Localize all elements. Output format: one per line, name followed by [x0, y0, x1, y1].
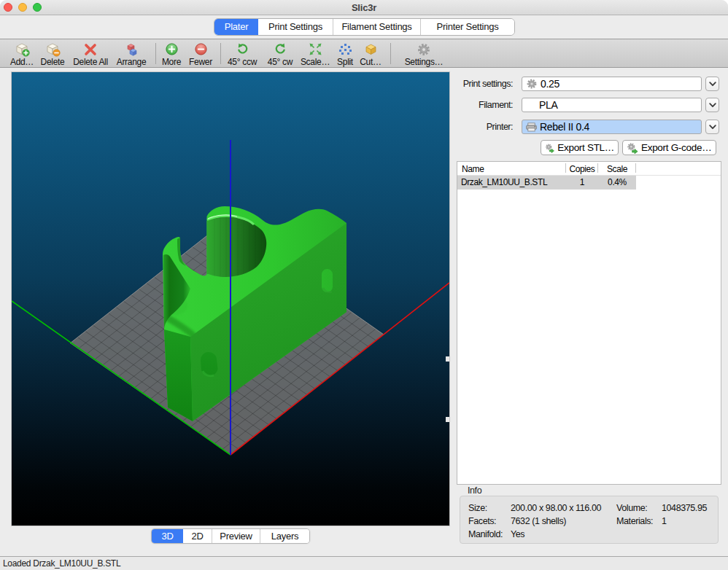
viewport-3d[interactable]	[11, 71, 450, 526]
toolbar-arrange-button[interactable]: Arrange	[111, 42, 152, 67]
toolbar-item-label: 45° ccw	[222, 57, 262, 67]
tab-filament-settings[interactable]: Filament Settings	[333, 19, 421, 35]
object-scale-cell: 0.4%	[598, 176, 636, 190]
printer-combo[interactable]: Rebel II 0.4	[522, 120, 702, 134]
tab-layers[interactable]: Layers	[260, 529, 309, 543]
toolbar-cut-button[interactable]: Cut…	[356, 42, 385, 67]
toolbar-item-label: Settings…	[400, 57, 448, 67]
cut-icon	[356, 42, 385, 57]
sash-handle[interactable]	[446, 356, 449, 362]
more-icon	[157, 42, 186, 57]
info-section-title: Info	[468, 485, 481, 496]
export-gcode-icon	[627, 142, 638, 154]
info-volume-value: 1048375.95	[662, 501, 707, 515]
print-settings-dropdown-button[interactable]	[705, 77, 719, 91]
info-size-value: 200.00 x 98.00 x 116.00	[511, 501, 601, 515]
print-settings-row: Print settings: 0.25	[0, 77, 728, 91]
column-divider[interactable]	[597, 163, 598, 173]
delete-all-icon	[66, 42, 115, 57]
chevron-down-icon	[709, 82, 716, 87]
info-volume-label: Volume:	[616, 501, 647, 515]
info-materials-label: Materials:	[616, 515, 653, 528]
toolbar-add-button[interactable]: Add…	[6, 42, 38, 67]
object-copies-cell: 1	[566, 176, 598, 190]
toolbar-delete-all-button[interactable]: Delete All	[66, 42, 115, 67]
tab-2d[interactable]: 2D	[183, 529, 212, 543]
toolbar-item-label: Scale…	[296, 57, 334, 67]
export-stl-label: Export STL…	[557, 142, 614, 153]
info-box: Size: 200.00 x 98.00 x 116.00 Volume: 10…	[460, 496, 719, 544]
scene-3d	[12, 72, 449, 526]
tab-printer-settings[interactable]: Printer Settings	[421, 19, 514, 35]
column-divider[interactable]	[565, 163, 566, 173]
settings-icon	[400, 42, 448, 57]
print-settings-combo[interactable]: 0.25	[522, 77, 702, 91]
info-size-label: Size:	[468, 501, 487, 515]
object-name-cell: Drzak_LM10UU_B.STL	[461, 176, 547, 190]
print-settings-value: 0.25	[541, 77, 559, 90]
toolbar-delete-button[interactable]: Delete	[35, 42, 70, 67]
main-tab-bar: Plater Print Settings Filament Settings …	[214, 18, 515, 36]
column-header-scale[interactable]: Scale	[598, 163, 636, 176]
info-facets-value: 7632 (1 shells)	[511, 515, 566, 528]
export-stl-button[interactable]: Export STL…	[541, 140, 619, 155]
status-text: Loaded Drzak_LM10UU_B.STL	[3, 558, 120, 569]
scale-icon	[296, 42, 334, 57]
tab-3d[interactable]: 3D	[152, 529, 183, 543]
toolbar-split-button[interactable]: Split	[332, 42, 358, 67]
toolbar-separator	[155, 43, 156, 64]
printer-dropdown-button[interactable]	[705, 120, 719, 134]
toolbar-item-label: Arrange	[111, 57, 152, 67]
filament-dropdown-button[interactable]	[705, 98, 719, 112]
export-gcode-button[interactable]: Export G-code…	[622, 140, 716, 155]
toolbar-scale-button[interactable]: Scale…	[296, 42, 334, 67]
object-list-header: Name Copies Scale	[457, 162, 721, 176]
app-window: Slic3r Plater Print Settings Filament Se…	[0, 0, 728, 570]
tab-plater[interactable]: Plater	[214, 19, 258, 35]
printer-label: Printer:	[487, 120, 513, 134]
toolbar-fewer-button[interactable]: Fewer	[185, 42, 217, 67]
column-header-name[interactable]: Name	[462, 163, 484, 176]
toolbar-rotate-ccw-button[interactable]: 45° ccw	[222, 42, 262, 67]
toolbar-separator	[390, 43, 391, 64]
statusbar: Loaded Drzak_LM10UU_B.STL	[0, 556, 728, 570]
toolbar: Add… Delete Delete All	[0, 39, 728, 68]
add-box-icon	[6, 42, 38, 57]
gear-icon	[526, 78, 538, 90]
toolbar-item-label: Add…	[6, 57, 38, 67]
toolbar-item-label: Delete All	[66, 57, 115, 67]
export-gcode-label: Export G-code…	[641, 142, 711, 153]
toolbar-rotate-cw-button[interactable]: 45° cw	[263, 42, 298, 67]
rotate-cw-icon	[263, 42, 298, 57]
toolbar-settings-button[interactable]: Settings…	[400, 42, 448, 67]
toolbar-item-label: Delete	[35, 57, 70, 67]
tab-preview[interactable]: Preview	[212, 529, 260, 543]
filament-label: Filament:	[479, 98, 513, 112]
toolbar-item-label: Split	[332, 57, 358, 67]
sash-handle[interactable]	[446, 417, 449, 422]
fewer-icon	[185, 42, 217, 57]
filament-value: PLA	[539, 98, 558, 112]
toolbar-item-label: 45° cw	[263, 57, 298, 67]
toolbar-more-button[interactable]: More	[157, 42, 186, 67]
toolbar-item-label: Cut…	[356, 57, 385, 67]
printer-row: Printer: Rebel II 0.4	[0, 120, 728, 134]
info-manifold-label: Manifold:	[468, 528, 503, 541]
info-facets-label: Facets:	[468, 515, 496, 528]
printer-value: Rebel II 0.4	[540, 120, 589, 133]
filament-row: Filament: PLA	[0, 98, 728, 112]
filament-combo[interactable]: PLA	[522, 98, 702, 112]
rotate-ccw-icon	[222, 42, 262, 57]
object-row[interactable]: Drzak_LM10UU_B.STL 1 0.4%	[457, 176, 721, 190]
column-divider[interactable]	[635, 163, 636, 173]
delete-box-icon	[35, 42, 70, 57]
info-manifold-value: Yes	[511, 528, 524, 541]
object-list: Name Copies Scale Drzak_LM10UU_B.STL 1 0…	[457, 161, 721, 485]
printer-icon	[526, 122, 537, 132]
chevron-down-icon	[709, 125, 716, 130]
tab-print-settings[interactable]: Print Settings	[258, 19, 333, 35]
column-header-copies[interactable]: Copies	[566, 163, 598, 176]
toolbar-item-label: Fewer	[185, 57, 217, 67]
arrange-icon	[111, 42, 152, 57]
info-materials-value: 1	[662, 515, 667, 528]
